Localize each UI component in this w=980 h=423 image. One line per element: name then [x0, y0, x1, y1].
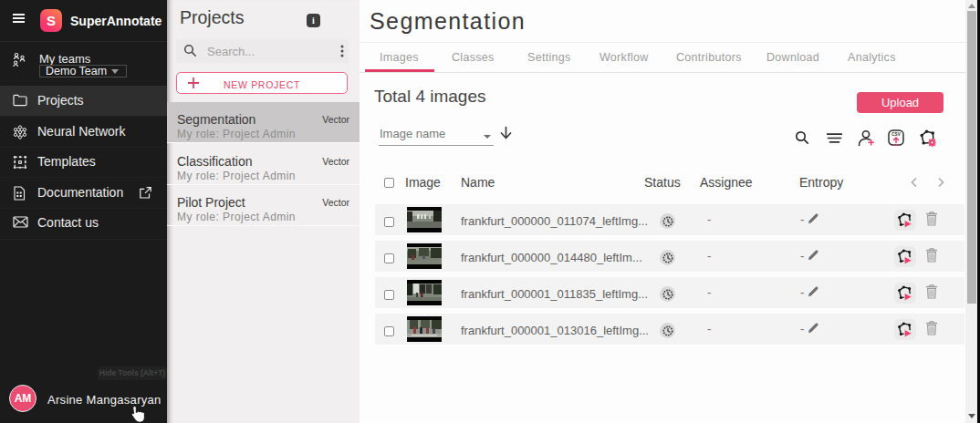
svg-text:CSV: CSV — [891, 132, 901, 137]
